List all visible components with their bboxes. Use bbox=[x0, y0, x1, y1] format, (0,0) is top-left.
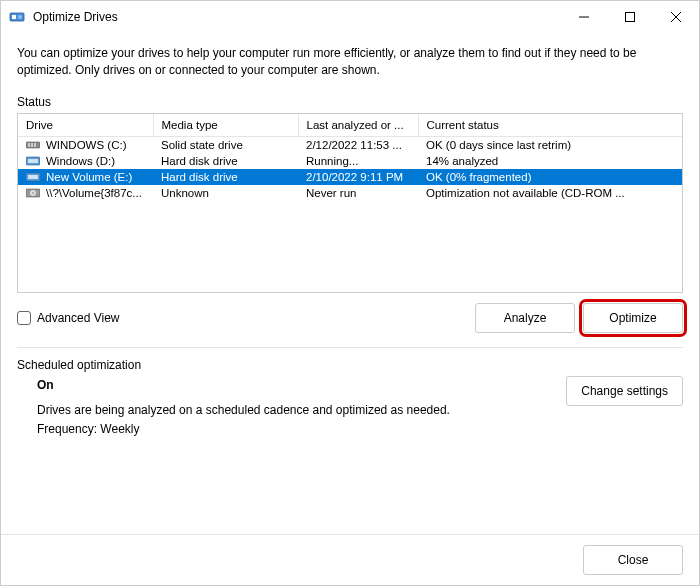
drive-status: 14% analyzed bbox=[418, 153, 682, 169]
schedule-label: Scheduled optimization bbox=[17, 358, 683, 372]
table-row[interactable]: WINDOWS (C:)Solid state drive2/12/2022 1… bbox=[18, 136, 682, 153]
close-window-button[interactable] bbox=[653, 1, 699, 33]
schedule-row: On Drives are being analyzed on a schedu… bbox=[17, 376, 683, 440]
drive-status: OK (0 days since last retrim) bbox=[418, 136, 682, 153]
svg-point-17 bbox=[32, 192, 34, 194]
status-label: Status bbox=[17, 95, 683, 109]
minimize-button[interactable] bbox=[561, 1, 607, 33]
divider bbox=[17, 347, 683, 348]
column-status[interactable]: Current status bbox=[418, 114, 682, 137]
column-drive[interactable]: Drive bbox=[18, 114, 153, 137]
drive-status: OK (0% fragmented) bbox=[418, 169, 682, 185]
svg-rect-9 bbox=[31, 143, 33, 147]
app-icon bbox=[9, 9, 25, 25]
svg-point-2 bbox=[18, 15, 22, 19]
drive-media: Hard disk drive bbox=[153, 153, 298, 169]
svg-rect-12 bbox=[28, 159, 38, 163]
drive-last-analyzed: 2/12/2022 11:53 ... bbox=[298, 136, 418, 153]
checkbox-icon bbox=[17, 311, 31, 325]
drive-last-analyzed: 2/10/2022 9:11 PM bbox=[298, 169, 418, 185]
svg-rect-8 bbox=[28, 143, 30, 147]
svg-rect-4 bbox=[626, 13, 635, 22]
analyze-button[interactable]: Analyze bbox=[475, 303, 575, 333]
svg-rect-1 bbox=[12, 15, 16, 19]
schedule-desc: Drives are being analyzed on a scheduled… bbox=[37, 401, 558, 420]
drive-media: Unknown bbox=[153, 185, 298, 201]
change-settings-button[interactable]: Change settings bbox=[566, 376, 683, 406]
drive-name: WINDOWS (C:) bbox=[46, 139, 126, 151]
window-title: Optimize Drives bbox=[33, 10, 561, 24]
drive-status: Optimization not available (CD-ROM ... bbox=[418, 185, 682, 201]
drive-icon bbox=[26, 156, 40, 166]
schedule-frequency: Frequency: Weekly bbox=[37, 420, 558, 439]
drives-table-container: Drive Media type Last analyzed or ... Cu… bbox=[17, 113, 683, 293]
maximize-button[interactable] bbox=[607, 1, 653, 33]
description-text: You can optimize your drives to help you… bbox=[17, 45, 683, 79]
optimize-button[interactable]: Optimize bbox=[583, 303, 683, 333]
drive-icon bbox=[26, 188, 40, 198]
schedule-text: On Drives are being analyzed on a schedu… bbox=[17, 376, 558, 440]
column-media[interactable]: Media type bbox=[153, 114, 298, 137]
svg-rect-10 bbox=[34, 143, 36, 147]
drive-name: Windows (D:) bbox=[46, 155, 115, 167]
table-row[interactable]: Windows (D:)Hard disk driveRunning...14%… bbox=[18, 153, 682, 169]
drive-media: Hard disk drive bbox=[153, 169, 298, 185]
drive-last-analyzed: Running... bbox=[298, 153, 418, 169]
close-button[interactable]: Close bbox=[583, 545, 683, 575]
drive-name: \\?\Volume{3f87c... bbox=[46, 187, 142, 199]
actions-row: Advanced View Analyze Optimize bbox=[17, 303, 683, 333]
advanced-view-checkbox[interactable]: Advanced View bbox=[17, 311, 120, 325]
table-row[interactable]: New Volume (E:)Hard disk drive2/10/2022 … bbox=[18, 169, 682, 185]
schedule-on: On bbox=[37, 376, 558, 395]
drive-media: Solid state drive bbox=[153, 136, 298, 153]
drive-name: New Volume (E:) bbox=[46, 171, 132, 183]
drive-icon bbox=[26, 172, 40, 182]
advanced-view-label: Advanced View bbox=[37, 311, 120, 325]
drive-last-analyzed: Never run bbox=[298, 185, 418, 201]
titlebar: Optimize Drives bbox=[1, 1, 699, 33]
column-last-analyzed[interactable]: Last analyzed or ... bbox=[298, 114, 418, 137]
footer: Close bbox=[1, 534, 699, 585]
content-area: You can optimize your drives to help you… bbox=[1, 33, 699, 534]
optimize-drives-window: Optimize Drives You can optimize your dr… bbox=[0, 0, 700, 586]
drive-icon bbox=[26, 140, 40, 150]
drives-table: Drive Media type Last analyzed or ... Cu… bbox=[18, 114, 682, 201]
svg-rect-14 bbox=[28, 175, 38, 179]
table-row[interactable]: \\?\Volume{3f87c...UnknownNever runOptim… bbox=[18, 185, 682, 201]
